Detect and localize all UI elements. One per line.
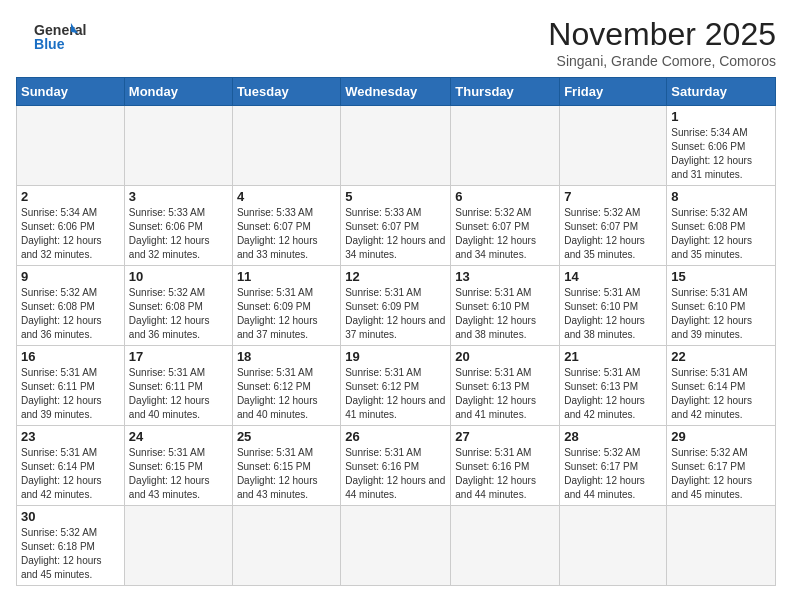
day-number: 2 <box>21 189 120 204</box>
calendar-day-cell: 9Sunrise: 5:32 AM Sunset: 6:08 PM Daylig… <box>17 266 125 346</box>
location-subtitle: Singani, Grande Comore, Comoros <box>548 53 776 69</box>
day-number: 16 <box>21 349 120 364</box>
month-title: November 2025 <box>548 16 776 53</box>
calendar-day-cell: 18Sunrise: 5:31 AM Sunset: 6:12 PM Dayli… <box>232 346 340 426</box>
logo-icon: General Blue <box>16 16 96 60</box>
calendar-day-cell <box>560 106 667 186</box>
day-info: Sunrise: 5:32 AM Sunset: 6:08 PM Dayligh… <box>129 286 228 342</box>
calendar-day-cell <box>17 106 125 186</box>
day-info: Sunrise: 5:31 AM Sunset: 6:13 PM Dayligh… <box>564 366 662 422</box>
day-number: 30 <box>21 509 120 524</box>
day-info: Sunrise: 5:32 AM Sunset: 6:18 PM Dayligh… <box>21 526 120 582</box>
weekday-header-monday: Monday <box>124 78 232 106</box>
day-number: 21 <box>564 349 662 364</box>
day-number: 23 <box>21 429 120 444</box>
day-info: Sunrise: 5:32 AM Sunset: 6:07 PM Dayligh… <box>455 206 555 262</box>
logo: General Blue <box>16 16 96 60</box>
day-number: 10 <box>129 269 228 284</box>
calendar-day-cell <box>232 506 340 586</box>
day-number: 7 <box>564 189 662 204</box>
day-info: Sunrise: 5:31 AM Sunset: 6:10 PM Dayligh… <box>671 286 771 342</box>
day-number: 9 <box>21 269 120 284</box>
day-number: 5 <box>345 189 446 204</box>
calendar-day-cell: 1Sunrise: 5:34 AM Sunset: 6:06 PM Daylig… <box>667 106 776 186</box>
calendar-day-cell: 13Sunrise: 5:31 AM Sunset: 6:10 PM Dayli… <box>451 266 560 346</box>
calendar-day-cell <box>124 506 232 586</box>
day-info: Sunrise: 5:31 AM Sunset: 6:12 PM Dayligh… <box>345 366 446 422</box>
day-info: Sunrise: 5:32 AM Sunset: 6:08 PM Dayligh… <box>671 206 771 262</box>
day-number: 18 <box>237 349 336 364</box>
day-info: Sunrise: 5:32 AM Sunset: 6:08 PM Dayligh… <box>21 286 120 342</box>
calendar-day-cell <box>341 506 451 586</box>
day-number: 27 <box>455 429 555 444</box>
calendar-day-cell: 10Sunrise: 5:32 AM Sunset: 6:08 PM Dayli… <box>124 266 232 346</box>
day-info: Sunrise: 5:31 AM Sunset: 6:14 PM Dayligh… <box>21 446 120 502</box>
day-info: Sunrise: 5:31 AM Sunset: 6:10 PM Dayligh… <box>455 286 555 342</box>
calendar-day-cell: 16Sunrise: 5:31 AM Sunset: 6:11 PM Dayli… <box>17 346 125 426</box>
day-number: 12 <box>345 269 446 284</box>
day-info: Sunrise: 5:34 AM Sunset: 6:06 PM Dayligh… <box>21 206 120 262</box>
day-info: Sunrise: 5:31 AM Sunset: 6:12 PM Dayligh… <box>237 366 336 422</box>
calendar-day-cell: 22Sunrise: 5:31 AM Sunset: 6:14 PM Dayli… <box>667 346 776 426</box>
day-info: Sunrise: 5:32 AM Sunset: 6:17 PM Dayligh… <box>671 446 771 502</box>
calendar-day-cell: 21Sunrise: 5:31 AM Sunset: 6:13 PM Dayli… <box>560 346 667 426</box>
day-number: 1 <box>671 109 771 124</box>
day-info: Sunrise: 5:32 AM Sunset: 6:17 PM Dayligh… <box>564 446 662 502</box>
calendar-day-cell: 11Sunrise: 5:31 AM Sunset: 6:09 PM Dayli… <box>232 266 340 346</box>
day-number: 11 <box>237 269 336 284</box>
calendar-day-cell <box>560 506 667 586</box>
calendar-day-cell: 15Sunrise: 5:31 AM Sunset: 6:10 PM Dayli… <box>667 266 776 346</box>
day-number: 22 <box>671 349 771 364</box>
day-info: Sunrise: 5:33 AM Sunset: 6:07 PM Dayligh… <box>237 206 336 262</box>
calendar-week-row: 23Sunrise: 5:31 AM Sunset: 6:14 PM Dayli… <box>17 426 776 506</box>
title-section: November 2025 Singani, Grande Comore, Co… <box>548 16 776 69</box>
calendar-week-row: 2Sunrise: 5:34 AM Sunset: 6:06 PM Daylig… <box>17 186 776 266</box>
svg-text:Blue: Blue <box>34 36 65 52</box>
calendar-week-row: 1Sunrise: 5:34 AM Sunset: 6:06 PM Daylig… <box>17 106 776 186</box>
calendar-day-cell <box>667 506 776 586</box>
calendar-week-row: 16Sunrise: 5:31 AM Sunset: 6:11 PM Dayli… <box>17 346 776 426</box>
day-info: Sunrise: 5:31 AM Sunset: 6:09 PM Dayligh… <box>237 286 336 342</box>
calendar-day-cell <box>451 506 560 586</box>
day-number: 28 <box>564 429 662 444</box>
day-number: 4 <box>237 189 336 204</box>
weekday-header-saturday: Saturday <box>667 78 776 106</box>
calendar-day-cell <box>232 106 340 186</box>
weekday-header-thursday: Thursday <box>451 78 560 106</box>
day-number: 3 <box>129 189 228 204</box>
calendar-week-row: 30Sunrise: 5:32 AM Sunset: 6:18 PM Dayli… <box>17 506 776 586</box>
calendar-day-cell: 26Sunrise: 5:31 AM Sunset: 6:16 PM Dayli… <box>341 426 451 506</box>
calendar-day-cell: 25Sunrise: 5:31 AM Sunset: 6:15 PM Dayli… <box>232 426 340 506</box>
weekday-header-tuesday: Tuesday <box>232 78 340 106</box>
calendar-day-cell <box>124 106 232 186</box>
weekday-header-friday: Friday <box>560 78 667 106</box>
calendar-day-cell: 14Sunrise: 5:31 AM Sunset: 6:10 PM Dayli… <box>560 266 667 346</box>
day-number: 29 <box>671 429 771 444</box>
day-number: 17 <box>129 349 228 364</box>
calendar-header-row: SundayMondayTuesdayWednesdayThursdayFrid… <box>17 78 776 106</box>
day-info: Sunrise: 5:31 AM Sunset: 6:11 PM Dayligh… <box>129 366 228 422</box>
day-number: 24 <box>129 429 228 444</box>
day-number: 15 <box>671 269 771 284</box>
calendar-day-cell: 28Sunrise: 5:32 AM Sunset: 6:17 PM Dayli… <box>560 426 667 506</box>
calendar-day-cell: 29Sunrise: 5:32 AM Sunset: 6:17 PM Dayli… <box>667 426 776 506</box>
day-number: 14 <box>564 269 662 284</box>
day-number: 8 <box>671 189 771 204</box>
calendar-day-cell: 27Sunrise: 5:31 AM Sunset: 6:16 PM Dayli… <box>451 426 560 506</box>
calendar-day-cell <box>341 106 451 186</box>
calendar-day-cell: 5Sunrise: 5:33 AM Sunset: 6:07 PM Daylig… <box>341 186 451 266</box>
calendar-day-cell: 4Sunrise: 5:33 AM Sunset: 6:07 PM Daylig… <box>232 186 340 266</box>
calendar-day-cell: 3Sunrise: 5:33 AM Sunset: 6:06 PM Daylig… <box>124 186 232 266</box>
calendar-day-cell: 17Sunrise: 5:31 AM Sunset: 6:11 PM Dayli… <box>124 346 232 426</box>
day-info: Sunrise: 5:31 AM Sunset: 6:15 PM Dayligh… <box>237 446 336 502</box>
calendar-day-cell <box>451 106 560 186</box>
day-info: Sunrise: 5:31 AM Sunset: 6:10 PM Dayligh… <box>564 286 662 342</box>
calendar-day-cell: 2Sunrise: 5:34 AM Sunset: 6:06 PM Daylig… <box>17 186 125 266</box>
calendar-day-cell: 7Sunrise: 5:32 AM Sunset: 6:07 PM Daylig… <box>560 186 667 266</box>
calendar-week-row: 9Sunrise: 5:32 AM Sunset: 6:08 PM Daylig… <box>17 266 776 346</box>
calendar-day-cell: 24Sunrise: 5:31 AM Sunset: 6:15 PM Dayli… <box>124 426 232 506</box>
day-info: Sunrise: 5:32 AM Sunset: 6:07 PM Dayligh… <box>564 206 662 262</box>
day-number: 6 <box>455 189 555 204</box>
day-info: Sunrise: 5:31 AM Sunset: 6:09 PM Dayligh… <box>345 286 446 342</box>
day-info: Sunrise: 5:31 AM Sunset: 6:16 PM Dayligh… <box>345 446 446 502</box>
